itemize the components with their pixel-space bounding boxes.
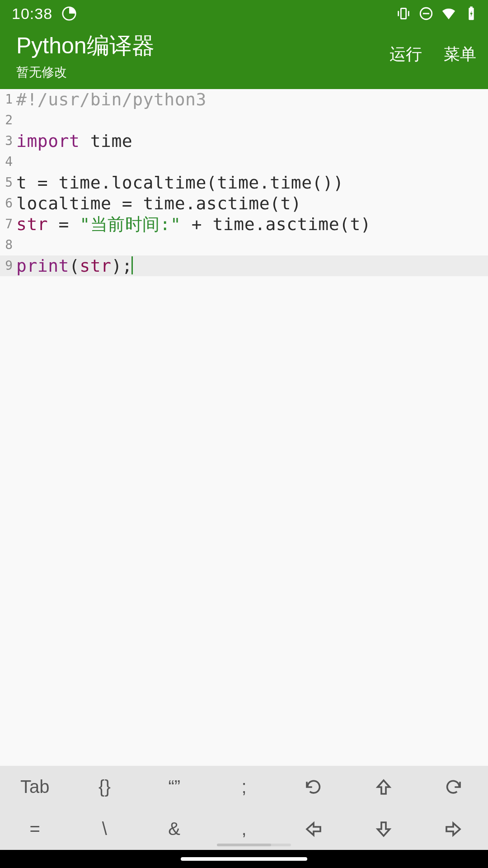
code-line[interactable]: 7str = "当前时间:" + time.asctime(t) [0,214,488,235]
code-content[interactable]: localtime = time.asctime(t) [15,193,488,214]
key-tab[interactable]: Tab [0,766,70,808]
app-bar: Python编译器 暂无修改 运行 菜单 [0,27,488,89]
dashboard-icon [61,6,77,21]
line-number: 9 [0,255,15,276]
status-time: 10:38 [12,5,52,23]
line-number: 2 [0,110,15,131]
code-line[interactable]: 2 [0,110,488,131]
svg-marker-10 [377,822,389,836]
code-content[interactable]: t = time.localtime(time.time()) [15,172,488,193]
key-\[interactable]: \ [70,808,139,850]
key-&[interactable]: & [140,808,209,850]
key-,[interactable]: , [209,808,279,850]
text-cursor [131,256,133,274]
code-line[interactable]: 8 [0,235,488,255]
system-nav-bar [0,850,488,868]
key-undo-icon[interactable] [279,766,348,808]
svg-marker-9 [307,823,320,835]
home-indicator[interactable] [181,857,307,861]
code-content[interactable]: print(str); [15,255,488,276]
svg-rect-1 [401,9,406,19]
code-content[interactable]: str = "当前时间:" + time.asctime(t) [15,214,488,235]
line-number: 3 [0,131,15,151]
code-line[interactable]: 9print(str); [0,255,488,276]
wifi-icon [441,6,456,21]
key-{}[interactable]: {} [70,766,139,808]
key-redo-icon[interactable] [418,766,488,808]
line-number: 4 [0,151,15,172]
menu-button[interactable]: 菜单 [444,43,476,66]
status-bar: 10:38 [0,0,488,27]
code-line[interactable]: 5t = time.localtime(time.time()) [0,172,488,193]
key-arrow-up-icon[interactable] [348,766,418,808]
code-line[interactable]: 6localtime = time.asctime(t) [0,193,488,214]
line-number: 5 [0,172,15,193]
key-arrow-down-icon[interactable] [348,808,418,850]
key-“”[interactable]: “” [140,766,209,808]
line-number: 6 [0,193,15,214]
battery-charging-icon [464,6,479,21]
key-=[interactable]: = [0,808,70,850]
svg-marker-8 [377,780,389,794]
code-line[interactable]: 1#!/usr/bin/python3 [0,89,488,110]
run-button[interactable]: 运行 [389,43,422,66]
app-subtitle: 暂无修改 [16,64,389,81]
svg-marker-11 [446,823,460,835]
code-content[interactable]: #!/usr/bin/python3 [15,89,488,110]
keyboard-toolbar: Tab{}“”;=\&, [0,766,488,850]
code-line[interactable]: 4 [0,151,488,172]
app-title: Python编译器 [16,31,389,61]
line-number: 8 [0,235,15,255]
code-editor[interactable]: 1#!/usr/bin/python323import time45t = ti… [0,89,488,766]
vibrate-icon [396,6,411,21]
code-content[interactable]: import time [15,131,488,151]
do-not-disturb-icon [418,6,434,21]
key-arrow-right-icon[interactable] [418,808,488,850]
line-number: 7 [0,214,15,235]
svg-rect-7 [470,6,473,8]
code-line[interactable]: 3import time [0,131,488,151]
line-number: 1 [0,89,15,110]
key-;[interactable]: ; [209,766,279,808]
